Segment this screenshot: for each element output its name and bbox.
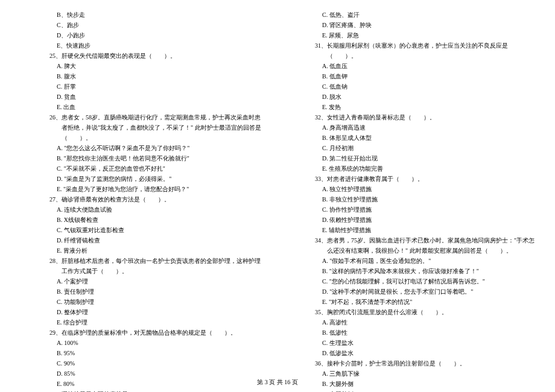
q29-stem: 29、在临床护理的质量标准中，对无菌物品合格率的规定是（ ）。 xyxy=(40,327,265,338)
q25-stem: 25、肝硬化失代偿期最突出的表现是（ ）。 xyxy=(40,51,265,61)
q35-option-b: B. 低渗性 xyxy=(284,327,537,338)
q30-stem: 30、肾结核最早出现的症状是（ ）。 xyxy=(40,389,265,392)
q27-option-d: D. 纤维肾镜检查 xyxy=(18,235,265,245)
q27-option-e: E. 胃液分析 xyxy=(18,245,265,256)
q26-option-c: C. "不采就不采，反正您的血管也不好扎" xyxy=(18,163,265,174)
q28-option-c: C. 功能制护理 xyxy=(18,297,265,307)
q29-option-a: A. 100% xyxy=(18,338,265,348)
q32-option-c: C. 月经初潮 xyxy=(284,143,537,153)
q29-option-b: B. 95% xyxy=(18,348,265,358)
q25-option-e: E. 出血 xyxy=(18,102,265,112)
q33-stem: 33、对患者进行健康教育属于（ ）。 xyxy=(305,174,537,184)
q25-option-c: C. 肝掌 xyxy=(18,81,265,92)
q35-option-d: D. 低渗盐水 xyxy=(284,348,537,358)
q30-option-c: C. 低热、盗汗 xyxy=(284,10,537,20)
q24-option-b: B、快步走 xyxy=(18,10,265,20)
q28-stem: 28、肝脏移植术后患者，每个班次由一名护士负责该患者的全部护理，这种护理工作方式… xyxy=(40,256,265,276)
q34-option-e: E. "对不起，我不清楚手术的情况" xyxy=(284,297,537,307)
q32-stem: 32、女性进入青春期的显著标志是（ ）。 xyxy=(305,112,537,122)
q32-option-e: E. 生殖系统的功能完善 xyxy=(284,163,537,174)
q26-option-b: B. "那您找你主治医生去吧！他若同意不化验就行" xyxy=(18,153,265,163)
q34-option-c: C. "您的心情我能理解，我可以打电话了解情况后再告诉您。" xyxy=(284,276,537,286)
q31-option-b: B. 低血钾 xyxy=(284,71,537,81)
q26-option-a: A. "您怎么这么不听话啊？采血不是为了你好吗？" xyxy=(18,143,265,153)
q33-option-a: A. 独立性护理措施 xyxy=(284,184,537,194)
q34-option-b: B. "这样的病情手术风险本来就很大，你应该做好准备了！" xyxy=(284,266,537,276)
q25-option-b: B. 腹水 xyxy=(18,71,265,81)
q31-option-e: E. 发热 xyxy=(284,102,537,112)
q28-option-a: A. 个案护理 xyxy=(18,276,265,286)
q33-option-d: D. 依赖性护理措施 xyxy=(284,215,537,225)
q32-option-a: A. 身高增高迅速 xyxy=(284,122,537,133)
q25-option-a: A. 脾大 xyxy=(18,61,265,71)
q34-option-a: A. "假如手术有问题，医生会通知您的。" xyxy=(284,256,537,266)
q28-option-d: D. 整体护理 xyxy=(18,307,265,317)
q36-stem: 36、接种卡介苗时，护士常选用的注射部位是（ ）。 xyxy=(305,358,537,368)
q35-stem: 35、胸腔闭式引流瓶里放的是什么溶液（ ）。 xyxy=(305,307,537,317)
q24-option-e: E、快速跑步 xyxy=(18,40,265,51)
q24-option-c: C、跑步 xyxy=(18,20,265,30)
q30-option-e: E. 尿频、尿急 xyxy=(284,30,537,40)
q26-stem: 26、患者女，58岁。直肠癌晚期进行化疗，需定期测血常规，护士再次采血时患者拒绝… xyxy=(40,112,265,143)
q26-option-e: E. "采血是为了更好地为您治疗，请您配合好吗？" xyxy=(18,184,265,194)
q34-option-d: D. "这种手术的时间就是很长，您去手术室门口等着吧。" xyxy=(284,286,537,297)
q31-option-d: D. 脱水 xyxy=(284,92,537,102)
q35-option-c: C. 生理盐水 xyxy=(284,338,537,348)
q30-option-d: D. 肾区疼痛、肿块 xyxy=(284,20,537,30)
q31-option-c: C. 低血钠 xyxy=(284,81,537,92)
q31-option-a: A. 低血压 xyxy=(284,61,537,71)
q28-option-e: E. 综合护理 xyxy=(18,317,265,327)
q27-option-c: C. 气钡双重对比造影检查 xyxy=(18,225,265,235)
q24-option-d: D、小跑步 xyxy=(18,30,265,40)
q27-option-b: B. X线钡餐检查 xyxy=(18,215,265,225)
q29-option-c: C. 90% xyxy=(18,358,265,368)
q28-option-b: B. 责任制护理 xyxy=(18,286,265,297)
q34-stem: 34、患者男，75岁。因脑出血进行手术已数小时。家属焦急地问病房护士："手术怎么… xyxy=(305,235,537,256)
q27-option-a: A. 连续大便隐血试验 xyxy=(18,204,265,215)
page-footer: 第 3 页 共 16 页 xyxy=(0,377,555,387)
q32-option-b: B. 体形呈成人体型 xyxy=(284,133,537,143)
q27-stem: 27、确诊肾癌最有效的检查方法是（ ）。 xyxy=(40,194,265,204)
q33-option-e: E. 辅助性护理措施 xyxy=(284,225,537,235)
q32-option-d: D. 第二性征开始出现 xyxy=(284,153,537,163)
q35-option-a: A. 高渗性 xyxy=(284,317,537,327)
q25-option-d: D. 贫血 xyxy=(18,92,265,102)
q36-option-c: C. 大腿前侧 xyxy=(284,389,537,392)
q26-option-d: D. "采血是为了监测您的病情，必须得采。" xyxy=(18,174,265,184)
q31-stem: 31、长期服用利尿剂（呋塞米）的心衰患者，护士应当关注的不良反应是（ ）。 xyxy=(305,40,537,61)
q33-option-c: C. 协作性护理措施 xyxy=(284,204,537,215)
q33-option-b: B. 非独立性护理措施 xyxy=(284,194,537,204)
